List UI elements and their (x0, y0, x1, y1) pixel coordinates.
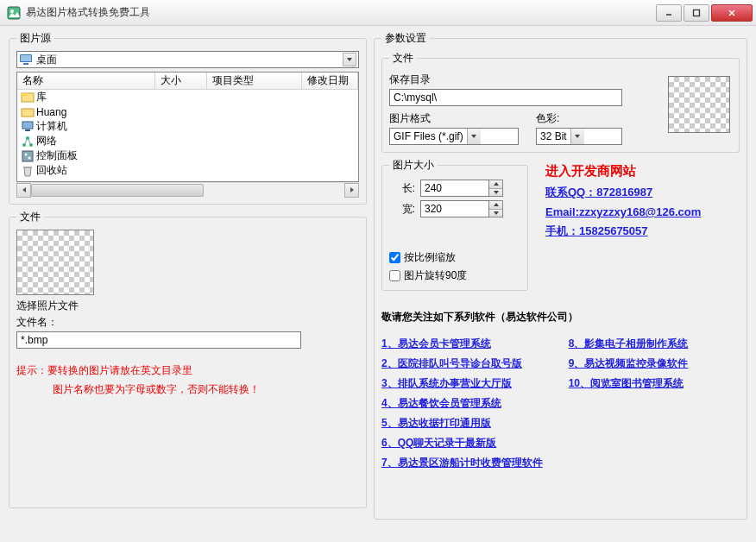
save-dir-input[interactable] (389, 89, 622, 106)
svg-rect-20 (23, 167, 32, 168)
width-label: 长: (389, 181, 415, 196)
filename-input[interactable] (16, 331, 301, 349)
svg-rect-11 (22, 109, 34, 117)
spin-down-icon (489, 210, 502, 217)
folder-dropdown[interactable]: 桌面 (16, 51, 359, 68)
file-table: 名称 大小 项目类型 修改日期 库 Huang 计算机 网络 控制面板 回收站 (16, 72, 359, 182)
file-settings-legend: 文件 (389, 51, 417, 66)
hint-text: 提示：要转换的图片请放在英文目录里 图片名称也要为字母或数字，否则不能转换！ (16, 361, 359, 399)
app-icon (7, 6, 21, 20)
software-link[interactable]: 10、阅览室图书管理系统 (569, 376, 689, 391)
software-link[interactable]: 4、易达餐饮会员管理系统 (381, 396, 543, 411)
format-select[interactable]: GIF Files (*.gif) (389, 128, 519, 145)
vendor-email-link[interactable]: Email:zzxyzzxy168@126.com (545, 205, 701, 218)
table-row[interactable]: 网络 (17, 134, 358, 148)
vendor-qq-link[interactable]: 联系QQ：872816987 (545, 185, 701, 200)
dropdown-arrow-icon (343, 53, 356, 66)
network-icon (21, 135, 35, 148)
col-date[interactable]: 修改日期 (302, 72, 358, 89)
col-size[interactable]: 大小 (155, 72, 207, 89)
horizontal-scrollbar[interactable] (16, 182, 359, 197)
maximize-button[interactable] (684, 4, 709, 22)
file-settings-group: 文件 保存目录 图片格式 GIF Files (*.gif) 色彩: 32 Bi… (381, 51, 740, 153)
svg-rect-8 (23, 63, 28, 65)
rotate90-checkbox[interactable]: 图片旋转90度 (389, 268, 520, 283)
height-input[interactable] (420, 200, 489, 217)
svg-rect-7 (21, 55, 31, 61)
vendor-links: 进入开发商网站 联系QQ：872816987 Email:zzxyzzxy168… (545, 158, 701, 296)
svg-point-19 (28, 156, 31, 159)
width-spinner[interactable] (489, 180, 503, 197)
software-link[interactable]: 1、易达会员卡管理系统 (381, 337, 543, 351)
table-row[interactable]: 库 (17, 90, 358, 104)
folder-dropdown-text: 桌面 (36, 53, 343, 67)
height-label: 宽: (389, 202, 415, 217)
vendor-phone-link[interactable]: 手机：15825675057 (545, 224, 701, 239)
close-button[interactable] (711, 4, 753, 22)
software-link[interactable]: 8、影集电子相册制作系统 (569, 337, 689, 351)
table-body: 库 Huang 计算机 网络 控制面板 回收站 (17, 90, 358, 178)
window-title: 易达图片格式转换免费工具 (26, 5, 654, 20)
software-link[interactable]: 6、QQ聊天记录干最新版 (381, 436, 543, 451)
folder-icon (21, 105, 35, 119)
software-link[interactable]: 3、排队系统办事营业大厅版 (381, 376, 543, 391)
vendor-website-link[interactable]: 进入开发商网站 (545, 163, 701, 180)
output-preview (668, 76, 730, 133)
image-source-legend: 图片源 (16, 31, 54, 46)
table-row[interactable]: 回收站 (17, 163, 358, 178)
svg-point-18 (25, 153, 28, 155)
svg-rect-3 (694, 9, 700, 16)
software-col-left: 1、易达会员卡管理系统 2、医院排队叫号导诊台取号版 3、排队系统办事营业大厅版… (381, 331, 543, 476)
titlebar: 易达图片格式转换免费工具 (0, 0, 756, 26)
svg-point-1 (10, 9, 14, 13)
file-group-legend: 文件 (16, 210, 44, 224)
col-name[interactable]: 名称 (17, 72, 155, 89)
spin-up-icon (489, 201, 502, 210)
svg-rect-13 (25, 129, 30, 131)
color-label: 色彩: (536, 111, 622, 126)
spin-down-icon (489, 189, 502, 197)
software-link[interactable]: 5、易达收据打印通用版 (381, 416, 543, 431)
keep-ratio-checkbox[interactable]: 按比例缩放 (389, 250, 520, 265)
library-icon (21, 91, 35, 104)
minimize-button[interactable] (656, 4, 682, 22)
table-header: 名称 大小 项目类型 修改日期 (17, 72, 358, 90)
control-panel-icon (21, 149, 35, 163)
desktop-icon (19, 53, 33, 66)
file-group: 文件 选择照片文件 文件名： 提示：要转换的图片请放在英文目录里 图片名称也要为… (9, 210, 367, 508)
software-link[interactable]: 9、易达视频监控录像软件 (569, 356, 689, 371)
select-photo-label: 选择照片文件 (16, 299, 359, 313)
software-link[interactable]: 7、易达景区游船计时收费管理软件 (381, 456, 543, 470)
col-type[interactable]: 项目类型 (207, 72, 302, 89)
filename-label: 文件名： (16, 315, 359, 330)
image-size-group: 图片大小 长: 宽: 按比例缩放 图片旋转90度 (381, 158, 528, 291)
recycle-bin-icon (21, 164, 35, 178)
chevron-down-icon (570, 129, 584, 144)
software-col-right: 8、影集电子相册制作系统 9、易达视频监控录像软件 10、阅览室图书管理系统 (569, 331, 689, 476)
svg-rect-12 (22, 122, 33, 129)
scroll-thumb[interactable] (31, 184, 204, 197)
image-source-group: 图片源 桌面 名称 大小 项目类型 修改日期 库 Huang 计算机 网络 (9, 31, 367, 205)
format-label: 图片格式 (389, 111, 519, 126)
param-group: 参数设置 文件 保存目录 图片格式 GIF Files (*.gif) 色彩: … (374, 31, 747, 520)
spin-up-icon (489, 180, 502, 189)
scroll-left-button[interactable] (16, 183, 31, 198)
svg-rect-17 (22, 151, 33, 161)
computer-icon (21, 120, 35, 134)
scroll-right-button[interactable] (344, 183, 359, 198)
chevron-down-icon (467, 129, 481, 144)
software-link[interactable]: 2、医院排队叫号导诊台取号版 (381, 356, 543, 371)
table-row[interactable]: Huang (17, 104, 358, 119)
preview-thumbnail (16, 230, 94, 295)
param-legend: 参数设置 (381, 31, 430, 46)
width-input[interactable] (420, 180, 489, 197)
table-row[interactable]: 控制面板 (17, 148, 358, 163)
svg-rect-10 (22, 93, 27, 96)
software-list-title: 敬请您关注如下系列软件（易达软件公司） (381, 310, 740, 325)
table-row[interactable]: 计算机 (17, 119, 358, 134)
height-spinner[interactable] (489, 200, 503, 217)
image-size-legend: 图片大小 (389, 158, 438, 173)
color-select[interactable]: 32 Bit (536, 128, 622, 145)
